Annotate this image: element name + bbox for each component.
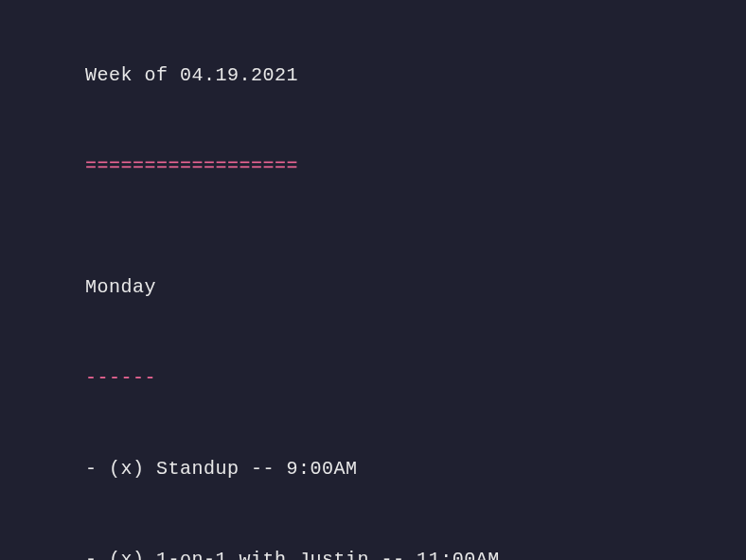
editor-content[interactable]: Week of 04.19.2021 ================== Mo…	[38, 30, 708, 560]
blank-line	[38, 212, 708, 242]
day-underline-text: ------	[85, 367, 156, 389]
day-heading-monday: Monday	[38, 242, 708, 333]
checkbox-close: )	[133, 549, 145, 560]
item-text: 1-on-1 with Justin -- 11:00AM	[145, 549, 500, 560]
checkbox-mark: x	[121, 549, 133, 560]
week-title: Week of 04.19.2021	[38, 30, 708, 121]
title-underline-text: ==================	[85, 155, 298, 177]
checkbox-open: (	[109, 458, 121, 480]
checkbox-close: )	[133, 458, 145, 480]
day-underline-monday: ------	[38, 333, 708, 424]
list-item: - (x) 1-on-1 with Justin -- 11:00AM	[38, 515, 708, 560]
day-name: Monday	[85, 276, 156, 298]
list-item: - (x) Standup -- 9:00AM	[38, 424, 708, 515]
week-title-text: Week of 04.19.2021	[85, 64, 298, 86]
checkbox-open: (	[109, 549, 121, 560]
week-title-underline: ==================	[38, 121, 708, 212]
item-text: Standup -- 9:00AM	[145, 458, 358, 480]
bullet: -	[85, 549, 109, 560]
checkbox-mark: x	[121, 458, 133, 480]
bullet: -	[85, 458, 109, 480]
